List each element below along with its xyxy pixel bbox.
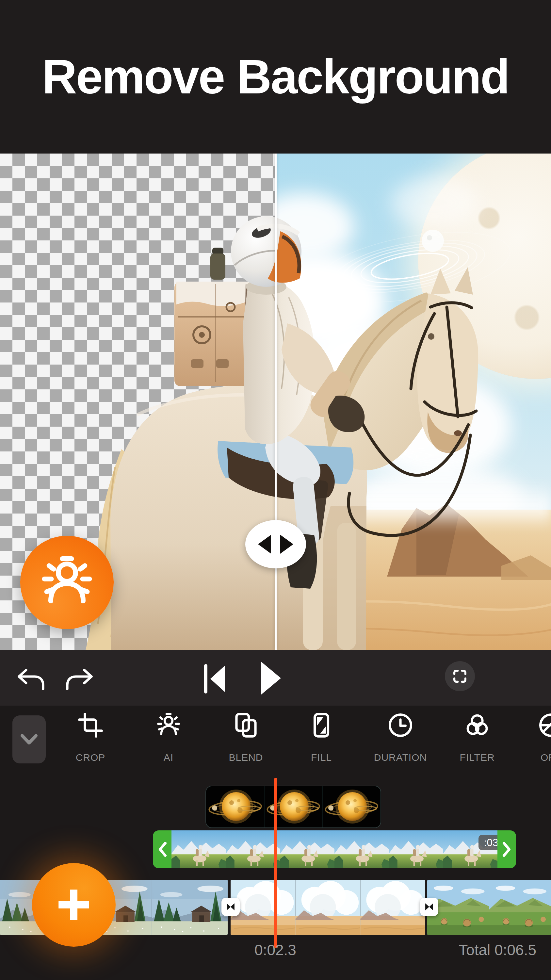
plus-icon xyxy=(53,884,95,926)
remove-background-ai-button[interactable] xyxy=(20,536,114,629)
menu-item-opacity[interactable]: OPA xyxy=(518,706,551,781)
menu-item-ai[interactable]: AI xyxy=(136,706,201,781)
overlay-clip-frames xyxy=(206,786,381,827)
menu-item-label: BLEND xyxy=(229,752,263,763)
menu-item-label: FILL xyxy=(311,752,332,763)
transition-icon xyxy=(423,900,435,913)
transition-icon xyxy=(224,900,237,913)
total-time: Total 0:06.5 xyxy=(459,941,536,959)
chevron-left-icon xyxy=(157,842,167,857)
trim-handle-right[interactable] xyxy=(497,830,516,868)
redo-button[interactable] xyxy=(64,668,94,691)
menu-item-duration[interactable]: DURATION xyxy=(368,706,433,781)
video-clip-hills[interactable] xyxy=(427,880,551,935)
collapse-menu-button[interactable] xyxy=(13,715,46,764)
skip-to-start-button[interactable] xyxy=(203,663,227,695)
timeline-panel: :03.2 xyxy=(0,781,551,980)
transition-button-2[interactable] xyxy=(420,898,438,916)
fullscreen-button[interactable] xyxy=(445,661,475,691)
menu-item-filter[interactable]: FILTER xyxy=(445,706,510,781)
compare-slider-handle[interactable] xyxy=(245,520,306,568)
skip-to-start-icon xyxy=(203,663,227,695)
filter-icon xyxy=(464,711,491,740)
crop-icon xyxy=(77,711,104,740)
menu-item-blend[interactable]: BLEND xyxy=(213,706,279,781)
blend-icon xyxy=(233,711,259,740)
preview-canvas xyxy=(0,154,551,650)
menu-item-label: CROP xyxy=(76,752,105,763)
chevron-down-icon xyxy=(20,733,38,746)
menu-item-label: FILTER xyxy=(460,752,494,763)
selected-clip-frames[interactable]: :03.2 xyxy=(171,830,497,868)
menu-item-label: AI xyxy=(164,752,173,763)
arrow-left-icon xyxy=(258,535,271,554)
video-clip-desert[interactable] xyxy=(230,880,425,935)
undo-icon xyxy=(16,668,46,691)
page-title: Remove Background xyxy=(42,49,509,105)
fullscreen-icon xyxy=(451,667,469,685)
arrow-right-icon xyxy=(280,535,293,554)
transition-button-1[interactable] xyxy=(221,898,240,916)
playhead[interactable] xyxy=(274,778,277,948)
compare-divider-line xyxy=(275,154,277,650)
video-editor-screen: Remove Background xyxy=(0,0,551,980)
menu-item-label: DURATION xyxy=(374,752,427,763)
overlay-clip-planet[interactable] xyxy=(206,786,381,827)
selected-clip: :03.2 xyxy=(153,830,516,868)
undo-button[interactable] xyxy=(16,668,46,691)
playback-toolbar xyxy=(0,650,551,706)
opacity-icon xyxy=(538,711,551,740)
play-icon xyxy=(258,660,283,697)
tool-menu-bar: CROP AI BLEND xyxy=(0,706,551,781)
menu-item-fill[interactable]: FILL xyxy=(289,706,354,781)
menu-item-crop[interactable]: CROP xyxy=(58,706,123,781)
chevron-right-icon xyxy=(502,842,512,857)
current-time: 0:02.3 xyxy=(240,941,311,959)
menu-item-label: OPA xyxy=(541,752,551,763)
duration-icon xyxy=(387,711,414,740)
add-clip-button[interactable] xyxy=(32,863,116,947)
clip-duration-badge: :03.2 xyxy=(478,835,497,850)
title-bar: Remove Background xyxy=(0,0,551,154)
ai-icon xyxy=(155,711,182,740)
redo-icon xyxy=(64,668,94,691)
fill-icon xyxy=(308,711,335,740)
ai-person-icon xyxy=(39,555,95,610)
play-button[interactable] xyxy=(258,660,283,697)
trim-handle-left[interactable] xyxy=(153,830,171,868)
